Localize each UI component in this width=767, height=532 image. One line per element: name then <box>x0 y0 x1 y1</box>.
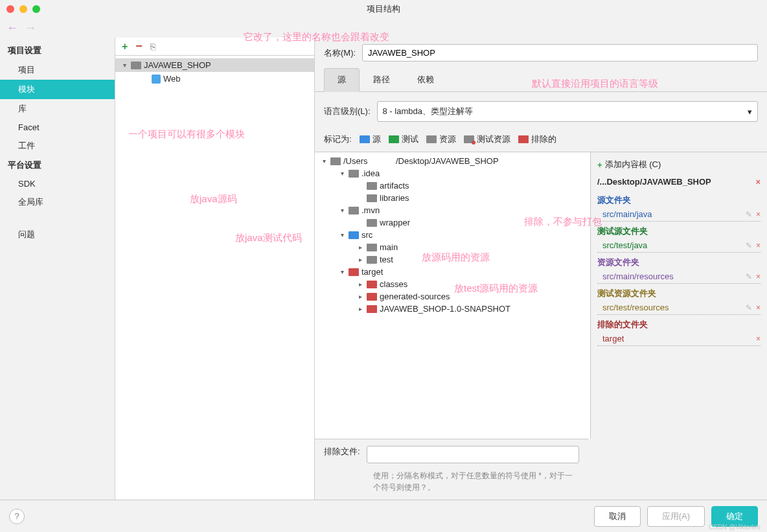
disclosure-icon[interactable]: ▾ <box>338 231 346 238</box>
folder-label: wrapper <box>380 218 410 227</box>
disclosure-icon[interactable]: ▸ <box>356 293 364 300</box>
window-close-button[interactable] <box>6 5 14 13</box>
module-name-input[interactable] <box>362 44 758 62</box>
folder-tree-row[interactable]: ▸test <box>315 253 590 266</box>
folder-tree-row[interactable]: ▸classes <box>315 278 590 290</box>
folder-icon <box>518 135 529 143</box>
sidebar-item-sdk[interactable]: SDK <box>0 175 115 192</box>
folder-tree-row[interactable]: ▸main <box>315 241 590 253</box>
chevron-down-icon: ▾ <box>748 107 752 117</box>
folder-tree-row[interactable]: artifacts <box>315 179 590 192</box>
module-child-name: Web <box>163 74 181 84</box>
cancel-button[interactable]: 取消 <box>594 506 641 527</box>
apply-button[interactable]: 应用(A) <box>647 506 705 527</box>
mark-excluded-button[interactable]: 排除的 <box>518 133 556 145</box>
tab-dependencies[interactable]: 依赖 <box>404 68 448 91</box>
exclude-files-label: 排除文件: <box>324 446 360 457</box>
sidebar-item-facet[interactable]: Facet <box>0 119 115 136</box>
module-tree-child[interactable]: Web <box>115 72 314 86</box>
plus-icon: + <box>597 160 602 170</box>
folder-tree-row[interactable]: ▾target <box>315 266 590 278</box>
exclude-files-input[interactable] <box>367 446 579 463</box>
lang-level-select[interactable]: 8 - lambda、类型注解等 ▾ <box>377 101 759 122</box>
folder-tree-row[interactable]: ▸generated-sources <box>315 290 590 303</box>
folder-label: .mvn <box>361 205 380 215</box>
disclosure-icon[interactable]: ▸ <box>356 244 364 251</box>
folder-icon <box>349 170 359 178</box>
mark-as-label: 标记为: <box>324 133 352 145</box>
disclosure-icon[interactable]: ▾ <box>338 170 346 177</box>
content-root-path: /...Desktop/JAVAWEB_SHOP × <box>597 173 761 191</box>
root-item[interactable]: src/test/resources✎× <box>597 301 761 315</box>
sidebar-item-global-libs[interactable]: 全局库 <box>0 192 115 212</box>
folder-tree-row[interactable]: ▾.idea <box>315 167 590 179</box>
edit-icon[interactable]: ✎ <box>746 272 752 281</box>
disclosure-icon[interactable]: ▸ <box>356 256 364 263</box>
back-arrow-icon[interactable]: ← <box>6 21 18 35</box>
folder-icon <box>426 135 437 143</box>
tab-source[interactable]: 源 <box>324 68 360 92</box>
remove-icon[interactable]: × <box>756 334 761 343</box>
mark-test-button[interactable]: 测试 <box>389 133 418 145</box>
disclosure-icon[interactable]: ▸ <box>356 281 364 288</box>
folder-tree-row[interactable]: ▸JAVAWEB_SHOP-1.0-SNAPSHOT <box>315 303 590 315</box>
root-item[interactable]: target× <box>597 332 761 346</box>
remove-icon[interactable]: × <box>756 303 761 312</box>
edit-icon[interactable]: ✎ <box>746 241 752 250</box>
root-item[interactable]: src/main/resources✎× <box>597 270 761 284</box>
sidebar-item-artifacts[interactable]: 工件 <box>0 136 115 156</box>
remove-icon[interactable]: × <box>756 272 761 281</box>
folder-tree-row[interactable]: ▾.mvn <box>315 204 590 216</box>
help-button[interactable]: ? <box>9 509 25 524</box>
folder-label: /Users /Desktop/JAVAWEB_SHOP <box>343 156 499 166</box>
remove-icon[interactable]: × <box>756 210 761 219</box>
folder-tree-row[interactable]: ▾src <box>315 229 590 241</box>
disclosure-icon[interactable]: ▾ <box>338 268 346 275</box>
remove-module-icon[interactable]: − <box>135 40 143 53</box>
sidebar-item-libraries[interactable]: 库 <box>0 99 115 119</box>
folder-label: src <box>361 230 372 240</box>
folder-tree-row[interactable]: libraries <box>315 192 590 204</box>
disclosure-icon[interactable]: ▾ <box>120 62 128 69</box>
remove-icon[interactable]: × <box>756 241 761 250</box>
sidebar-item-modules[interactable]: 模块 <box>0 80 115 99</box>
tab-paths[interactable]: 路径 <box>360 68 404 91</box>
forward-arrow-icon[interactable]: → <box>25 21 36 35</box>
module-tree-root[interactable]: ▾ JAVAWEB_SHOP <box>115 58 314 72</box>
folder-icon <box>389 135 399 143</box>
copy-module-icon[interactable]: ⎘ <box>150 41 155 52</box>
name-label: 名称(M): <box>324 47 356 59</box>
add-content-root-button[interactable]: + 添加内容根 (C) <box>597 156 761 173</box>
disclosure-icon[interactable]: ▾ <box>320 157 328 165</box>
folder-tree-row[interactable]: wrapper <box>315 216 590 229</box>
root-item[interactable]: src/main/java✎× <box>597 207 761 222</box>
window-maximize-button[interactable] <box>32 5 40 13</box>
annotation-many-modules: 一个项目可以有很多个模块 <box>128 128 245 141</box>
module-name: JAVAWEB_SHOP <box>144 60 211 70</box>
disclosure-icon[interactable]: ▸ <box>356 305 364 312</box>
lang-level-value: 8 - lambda、类型注解等 <box>383 106 473 117</box>
remove-root-icon[interactable]: × <box>755 177 761 187</box>
mark-test-resource-button[interactable]: 测试资源 <box>464 133 510 145</box>
web-facet-icon <box>152 75 161 84</box>
folder-icon <box>349 207 359 214</box>
module-detail-pane: 它改了，这里的名称也会跟着改变 名称(M): 源 路径 依赖 默认直接沿用项目的… <box>315 38 767 500</box>
edit-icon[interactable]: ✎ <box>746 210 752 219</box>
edit-icon[interactable]: ✎ <box>746 303 752 312</box>
folder-label: classes <box>380 279 407 289</box>
root-item[interactable]: src/test/java✎× <box>597 238 761 253</box>
sidebar-item-project[interactable]: 项目 <box>0 60 115 80</box>
disclosure-icon[interactable]: ▾ <box>338 207 346 214</box>
mark-source-button[interactable]: 源 <box>360 133 381 145</box>
folder-tree-root[interactable]: ▾ /Users /Desktop/JAVAWEB_SHOP <box>315 155 590 167</box>
folder-icon <box>360 135 370 143</box>
window-minimize-button[interactable] <box>19 5 27 13</box>
annotation-java-src: 放java源码 <box>190 193 237 205</box>
mark-resource-button[interactable]: 资源 <box>426 133 456 145</box>
content-roots-pane: + 添加内容根 (C) /...Desktop/JAVAWEB_SHOP × 源… <box>590 152 767 439</box>
folder-icon <box>367 219 377 227</box>
folder-icon <box>367 182 377 190</box>
folder-icon <box>349 268 359 276</box>
sidebar-item-problems[interactable]: 问题 <box>0 225 115 244</box>
add-module-icon[interactable]: + <box>122 41 128 52</box>
